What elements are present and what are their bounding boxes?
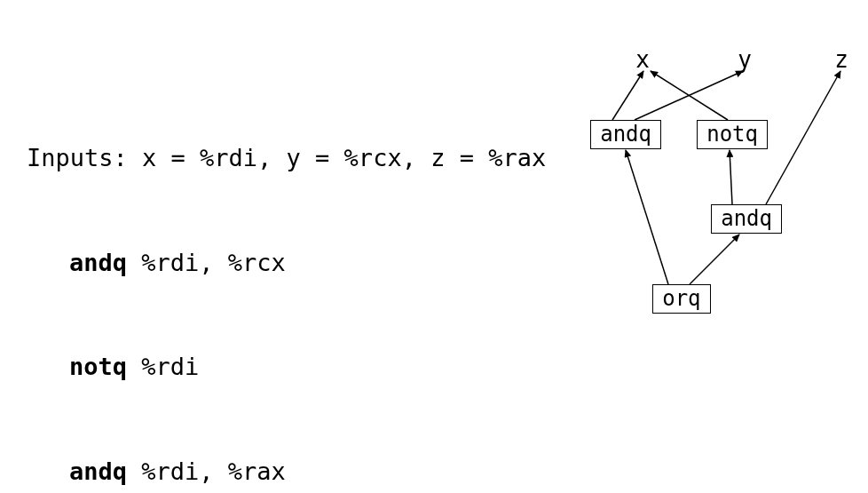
graph-node-notq: notq <box>697 120 768 149</box>
figure-container: Inputs: x = %rdi, y = %rcx, z = %rax and… <box>0 0 868 493</box>
code-args-3: %rdi, %rax <box>127 457 286 485</box>
panel-a: Inputs: x = %rdi, y = %rcx, z = %rax and… <box>27 53 546 493</box>
graph-input-x: x <box>635 48 650 71</box>
graph: x y z andq notq andq orq <box>546 53 868 493</box>
graph-input-z: z <box>834 48 848 71</box>
svg-line-0 <box>612 71 643 120</box>
code-args-2: %rdi <box>127 353 199 380</box>
code-op-1: andq <box>69 249 127 276</box>
graph-node-orq: orq <box>652 284 710 314</box>
panel-b: x y z andq notq andq orq <box>546 53 868 493</box>
code-args-1: %rdi, %rcx <box>127 249 286 276</box>
svg-line-5 <box>626 150 668 284</box>
code-op-3: andq <box>69 457 127 485</box>
svg-line-6 <box>690 235 739 284</box>
panels-row: Inputs: x = %rdi, y = %rcx, z = %rax and… <box>27 53 841 493</box>
svg-line-2 <box>651 71 728 120</box>
graph-node-andq1: andq <box>590 120 661 149</box>
svg-line-3 <box>730 150 732 204</box>
code-instr-1: andq %rdi, %rcx <box>27 245 546 280</box>
svg-line-4 <box>766 71 840 204</box>
graph-input-y: y <box>738 48 752 71</box>
code-op-2: notq <box>69 353 127 380</box>
code-listing: Inputs: x = %rdi, y = %rcx, z = %rax and… <box>27 71 546 493</box>
graph-node-andq2: andq <box>711 204 782 234</box>
code-instr-2: notq %rdi <box>27 349 546 384</box>
code-inputs-line: Inputs: x = %rdi, y = %rcx, z = %rax <box>27 140 546 175</box>
code-instr-3: andq %rdi, %rax <box>27 454 546 489</box>
